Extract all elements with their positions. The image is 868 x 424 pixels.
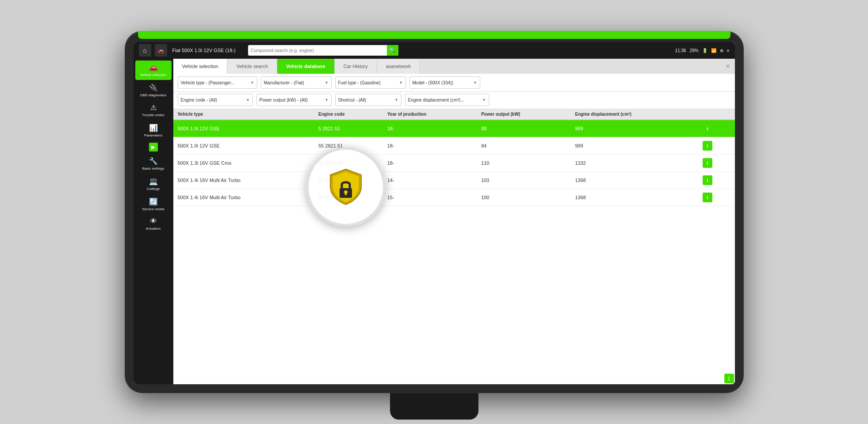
home-button[interactable]: ⌂ <box>139 44 151 57</box>
info-button[interactable]: i <box>703 124 712 133</box>
status-right: 11:36 29% 🔋 📶 ⊕ ≡ <box>675 48 730 53</box>
vehicle-table-container: Vehicle type Engine code Year of product… <box>173 109 735 384</box>
filter-shortcut[interactable]: Shortcut - (All) ▼ <box>335 94 401 106</box>
sidebar-item-trouble-codes[interactable]: ⚠ Trouble codes <box>135 101 172 120</box>
cell-power: 84 <box>477 137 570 155</box>
sidebar-label-trouble-codes: Trouble codes <box>142 113 164 117</box>
sidebar-item-basic-settings[interactable]: 🔧 Basic settings <box>135 154 172 174</box>
col-header-power: Power output (kW) <box>477 109 570 120</box>
table-row[interactable]: 500X 1.4i 16V Multi Air Turbo 55 2636 24… <box>173 189 735 206</box>
filter-engine-code[interactable]: Engine code - (All) ▼ <box>178 94 253 106</box>
table-row[interactable]: 500X 1.0i 12V GSE 5 2821 51 18- 88 999 i <box>173 120 735 137</box>
page-number: 1 <box>728 376 730 381</box>
tabs-bar: Vehicle selection Vehicle search Vehicle… <box>173 59 735 74</box>
screen: ⌂ 🚗 Fiat 500X 1.0i 12V GSE (18-) 🔍 11:36… <box>134 42 735 384</box>
svg-rect-2 <box>345 192 347 195</box>
cell-action: i <box>698 172 734 189</box>
sidebar-label-basic-settings: Basic settings <box>142 167 164 171</box>
obd-icon: 🔌 <box>149 83 158 92</box>
cell-action: i <box>698 120 734 137</box>
vehicle-table: Vehicle type Engine code Year of product… <box>173 109 735 206</box>
cell-power: 110 <box>477 155 570 172</box>
filter-model-label: Model - (500X (334)) <box>413 80 453 85</box>
device-top-bar <box>138 31 730 39</box>
sidebar-item-obd-diagnostics[interactable]: 🔌 OBD diagnostics <box>135 81 172 100</box>
col-header-engine-code: Engine code <box>314 109 383 120</box>
chevron-down-icon: ▼ <box>251 81 254 85</box>
tabs-close-button[interactable]: ✕ <box>721 59 735 74</box>
settings-icon: ⊕ <box>720 48 723 53</box>
parameters-icon: 📊 <box>149 124 158 132</box>
tab-vehicle-search[interactable]: Vehicle search <box>227 59 277 74</box>
codings-icon: 💻 <box>149 177 158 186</box>
sidebar-label-service-resets: Service resets <box>142 207 164 212</box>
cell-vehicle-type: 500X 1.4i 16V Multi Air Turbo <box>173 189 314 206</box>
trouble-codes-icon: ⚠ <box>150 103 157 112</box>
status-bar: ⌂ 🚗 Fiat 500X 1.0i 12V GSE (18-) 🔍 11:36… <box>134 42 735 59</box>
sidebar-item-codings[interactable]: 💻 Codings <box>135 174 172 194</box>
device-stand <box>390 393 478 420</box>
sidebar-item-actuators[interactable]: 👁 Actuators <box>135 215 172 234</box>
sidebar-arrow[interactable]: ▶ <box>149 143 158 151</box>
sidebar-item-service-resets[interactable]: 🔄 Service resets <box>135 195 172 214</box>
filter-engine-displacement-label: Engine displacement (cm²)... <box>408 98 464 102</box>
search-button[interactable]: 🔍 <box>387 45 398 56</box>
sidebar-label-actuators: Actuators <box>146 227 161 231</box>
cell-vehicle-type: 500X 1.4i 16V Multi Air Turbo <box>173 172 314 189</box>
info-button[interactable]: i <box>703 193 712 202</box>
info-button[interactable]: i <box>703 141 712 151</box>
chevron-down-icon: ▼ <box>246 98 250 102</box>
tab-asanetwork[interactable]: asanetwork <box>377 59 420 74</box>
time-display: 11:36 <box>675 48 686 53</box>
cell-displacement: 1368 <box>570 172 698 189</box>
tab-car-history-label: Car History <box>344 64 368 69</box>
filter-vehicle-type[interactable]: Vehicle type - (Passenger... ▼ <box>178 76 257 89</box>
car-button[interactable]: 🚗 <box>155 44 167 57</box>
col-header-action <box>698 109 734 120</box>
info-button[interactable]: i <box>703 158 712 168</box>
filter-model[interactable]: Model - (500X (334)) ▼ <box>409 76 480 89</box>
table-header-row: Vehicle type Engine code Year of product… <box>173 109 735 120</box>
sidebar-label-obd: OBD diagnostics <box>140 93 167 98</box>
sidebar-item-parameters[interactable]: 📊 Parameters <box>135 121 172 140</box>
filter-power-output[interactable]: Power output (kW) - (All) ▼ <box>256 94 332 106</box>
chevron-down-icon: ▼ <box>325 98 329 102</box>
table-row[interactable]: 500X 1.4i 16V Multi Air Turbo 55 2636 24… <box>173 172 735 189</box>
sidebar-item-vehicle-selection[interactable]: 🚗 Vehicle selection <box>135 61 172 80</box>
main-content: 🚗 Vehicle selection 🔌 OBD diagnostics ⚠ … <box>134 59 735 384</box>
actuators-icon: 👁 <box>150 217 157 225</box>
vehicle-name: Fiat 500X 1.0i 12V GSE (18-) <box>172 48 236 53</box>
chevron-down-icon: ▼ <box>399 81 403 85</box>
filter-power-output-label: Power output (kW) - (All) <box>260 98 308 102</box>
col-header-displacement: Engine displacement (cm²) <box>570 109 698 120</box>
menu-icon: ≡ <box>727 48 730 53</box>
info-button[interactable]: i <box>703 175 712 185</box>
search-icon: 🔍 <box>389 47 396 53</box>
service-resets-icon: 🔄 <box>149 197 158 206</box>
cell-action: i <box>698 189 734 206</box>
filter-row-1: Vehicle type - (Passenger... ▼ Manufactu… <box>173 74 735 92</box>
tab-vehicle-database[interactable]: Vehicle database <box>277 59 335 74</box>
wifi-icon: 📶 <box>711 48 716 53</box>
filter-engine-displacement[interactable]: Engine displacement (cm²)... ▼ <box>405 94 489 106</box>
cell-year: 14- <box>383 172 477 189</box>
tab-vehicle-database-label: Vehicle database <box>286 64 325 69</box>
tab-vehicle-selection[interactable]: Vehicle selection <box>173 59 228 74</box>
cell-action: i <box>698 137 734 155</box>
cell-displacement: 999 <box>570 137 698 155</box>
cell-vehicle-type: 500X 1.0i 12V GSE <box>173 120 314 137</box>
table-row[interactable]: 500X 1.3i 16V GSE Cros 55 2823 28 18- 11… <box>173 155 735 172</box>
tab-car-history[interactable]: Car History <box>335 59 377 74</box>
cell-displacement: 999 <box>570 120 698 137</box>
filter-manufacturer[interactable]: Manufacturer - (Fiat) ▼ <box>261 76 332 89</box>
filter-vehicle-type-label: Vehicle type - (Passenger... <box>181 80 235 85</box>
col-header-year: Year of production <box>383 109 477 120</box>
chevron-down-icon: ▼ <box>395 98 398 102</box>
component-search-input[interactable] <box>248 48 387 53</box>
table-row[interactable]: 500X 1.0i 12V GSE 55 2821 51 18- 84 999 … <box>173 137 735 155</box>
filter-fuel-type[interactable]: Fuel type - (Gasoline) ▼ <box>335 76 406 89</box>
filter-fuel-type-label: Fuel type - (Gasoline) <box>338 80 381 85</box>
battery-display: 29% <box>690 48 699 53</box>
cell-displacement: 1368 <box>570 189 698 206</box>
tab-asanetwork-label: asanetwork <box>386 64 411 69</box>
